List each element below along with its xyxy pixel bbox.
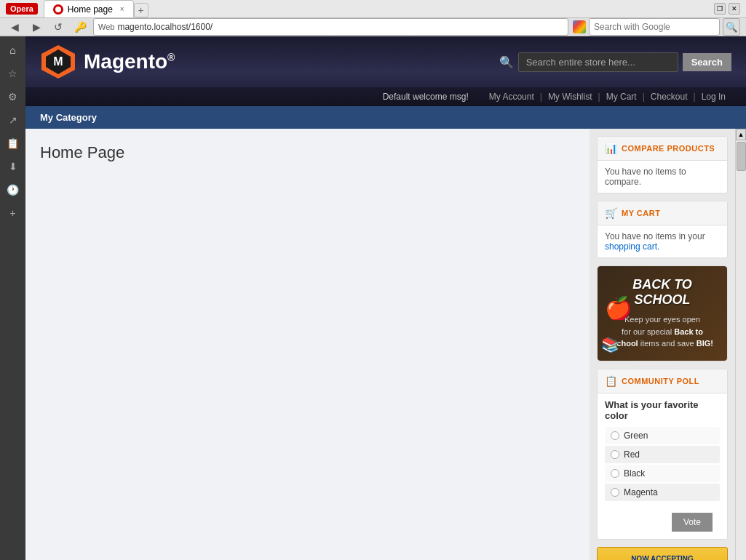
browser-frame: Opera Home page × + ❐ ✕ ◀ ▶ ↺ 🔑 Web: [0, 0, 746, 560]
category-bar: My Category: [25, 106, 746, 129]
site-search-icon: 🔍: [499, 55, 514, 69]
page-body: Home Page 📊 COMPARE PRODUCTS You have no…: [25, 129, 746, 560]
sidebar-icon-home[interactable]: ⌂: [5, 42, 21, 58]
browser-titlebar: Opera Home page × + ❐ ✕: [0, 0, 746, 18]
sidebar-icon-settings[interactable]: ⚙: [5, 89, 21, 105]
category-link[interactable]: My Category: [40, 112, 97, 123]
paypal-widget: NOW ACCEPTING PayPal: [597, 547, 728, 560]
compare-icon: 📊: [605, 143, 617, 154]
cart-body: You have no items in your shopping cart.: [598, 225, 727, 257]
compare-products-widget: 📊 COMPARE PRODUCTS You have no items to …: [597, 136, 728, 193]
poll-label-red: Red: [624, 449, 640, 460]
content-area: ⌂ ☆ ⚙ ↗ 📋 ⬇ 🕐 + M: [0, 36, 746, 560]
vertical-scrollbar[interactable]: ▲ ▼: [735, 129, 746, 560]
new-tab-button[interactable]: +: [134, 3, 148, 17]
tab-title: Home page: [68, 4, 113, 15]
header-search: 🔍 Search: [499, 52, 731, 72]
poll-label-black: Black: [624, 468, 645, 479]
sidebar-widgets: 📊 COMPARE PRODUCTS You have no items to …: [590, 129, 735, 560]
poll-radio-green[interactable]: [611, 431, 619, 440]
community-poll-widget: 📋 COMMUNITY POLL What is your favorite c…: [597, 369, 728, 540]
google-icon: [573, 20, 586, 33]
poll-vote-button[interactable]: Vote: [672, 513, 713, 532]
window-restore-btn[interactable]: ❐: [714, 3, 726, 15]
tab-favicon: [53, 4, 63, 15]
opera-logo: Opera: [6, 3, 38, 15]
svg-text:M: M: [53, 55, 63, 68]
site-header-top: M Magento® 🔍 Search: [25, 36, 746, 87]
sidebar-icon-share[interactable]: ↗: [5, 112, 21, 128]
browser-content: M Magento® 🔍 Search Default welcome msg!: [25, 36, 746, 560]
compare-header: 📊 COMPARE PRODUCTS: [598, 137, 727, 161]
poll-header: 📋 COMMUNITY POLL: [598, 369, 727, 393]
main-content: Home Page: [25, 129, 590, 560]
tab-bar: Home page × +: [44, 0, 148, 17]
shopping-cart-link[interactable]: shopping cart: [605, 241, 657, 252]
nav-links: My Account | My Wishlist | My Cart | Che…: [483, 92, 731, 102]
magento-logo[interactable]: M Magento®: [40, 44, 175, 80]
address-bar[interactable]: Web: [93, 18, 568, 36]
nav-my-cart[interactable]: My Cart: [600, 92, 643, 102]
cart-title: MY CART: [622, 209, 660, 217]
address-input[interactable]: [117, 22, 563, 32]
poll-options: Green Red Black: [598, 427, 727, 508]
poll-label-magenta: Magenta: [624, 487, 658, 497]
site-header-nav: Default welcome msg! My Account | My Wis…: [25, 87, 746, 106]
scroll-track[interactable]: [736, 140, 746, 560]
active-tab[interactable]: Home page ×: [44, 0, 134, 17]
google-search-bar: 🔍: [573, 18, 740, 36]
sidebar-icon-notes[interactable]: 📋: [5, 135, 21, 151]
poll-option-black[interactable]: Black: [605, 465, 720, 482]
address-label: Web: [98, 23, 114, 31]
scroll-up-arrow[interactable]: ▲: [736, 129, 746, 140]
sidebar-icon-add[interactable]: +: [5, 205, 21, 221]
forward-button[interactable]: ▶: [28, 18, 45, 36]
back-to-school-widget: 🍎 📚 BACK TO SCHOOL Keep your eyes open f…: [597, 265, 728, 361]
nav-log-in[interactable]: Log In: [696, 92, 731, 102]
poll-label-green: Green: [624, 431, 648, 441]
poll-radio-red[interactable]: [611, 450, 619, 459]
nav-my-wishlist[interactable]: My Wishlist: [542, 92, 598, 102]
site-search-input[interactable]: [518, 52, 678, 72]
sidebar-icon-download[interactable]: ⬇: [5, 159, 21, 175]
poll-icon: 📋: [605, 375, 617, 387]
cart-header: 🛒 MY CART: [598, 201, 727, 225]
google-search-button[interactable]: 🔍: [723, 18, 740, 36]
back-button[interactable]: ◀: [6, 18, 23, 36]
poll-radio-black[interactable]: [611, 469, 619, 478]
poll-option-magenta[interactable]: Magenta: [605, 484, 720, 501]
bts-banner: 🍎 📚 BACK TO SCHOOL Keep your eyes open f…: [598, 266, 727, 361]
sidebar-icon-bookmarks[interactable]: ☆: [5, 65, 21, 81]
nav-checkout[interactable]: Checkout: [645, 92, 694, 102]
scroll-thumb[interactable]: [737, 142, 746, 171]
opera-sidebar: ⌂ ☆ ⚙ ↗ 📋 ⬇ 🕐 +: [0, 36, 25, 560]
window-close-btn[interactable]: ✕: [729, 3, 740, 15]
window-controls: ❐ ✕: [714, 3, 740, 15]
site-header: M Magento® 🔍 Search Default welcome msg!: [25, 36, 746, 106]
tab-close-btn[interactable]: ×: [120, 5, 124, 13]
compare-body: You have no items to compare.: [598, 161, 727, 193]
page-title: Home Page: [40, 143, 575, 162]
key-button[interactable]: 🔑: [71, 18, 89, 36]
compare-title: COMPARE PRODUCTS: [622, 144, 715, 153]
cart-icon: 🛒: [605, 207, 617, 219]
books-icon: 📚: [601, 336, 619, 353]
paypal-now-label: NOW ACCEPTING: [605, 555, 720, 560]
welcome-message: Default welcome msg!: [383, 92, 469, 102]
browser-toolbar: ◀ ▶ ↺ 🔑 Web 🔍: [0, 18, 746, 36]
poll-title: COMMUNITY POLL: [622, 377, 699, 385]
google-search-input[interactable]: [589, 18, 720, 36]
sidebar-icon-history[interactable]: 🕐: [5, 182, 21, 198]
site-search-button[interactable]: Search: [683, 53, 731, 71]
reload-button[interactable]: ↺: [49, 18, 67, 36]
poll-question: What is your favorite color: [598, 393, 727, 427]
poll-radio-magenta[interactable]: [611, 488, 619, 497]
apple-icon: 🍎: [605, 295, 632, 321]
nav-my-account[interactable]: My Account: [483, 92, 540, 102]
poll-option-green[interactable]: Green: [605, 427, 720, 444]
my-cart-widget: 🛒 MY CART You have no items in your shop…: [597, 201, 728, 258]
magento-logo-icon: M: [40, 44, 76, 80]
poll-option-red[interactable]: Red: [605, 446, 720, 463]
magento-brand-name: Magento®: [84, 50, 175, 73]
